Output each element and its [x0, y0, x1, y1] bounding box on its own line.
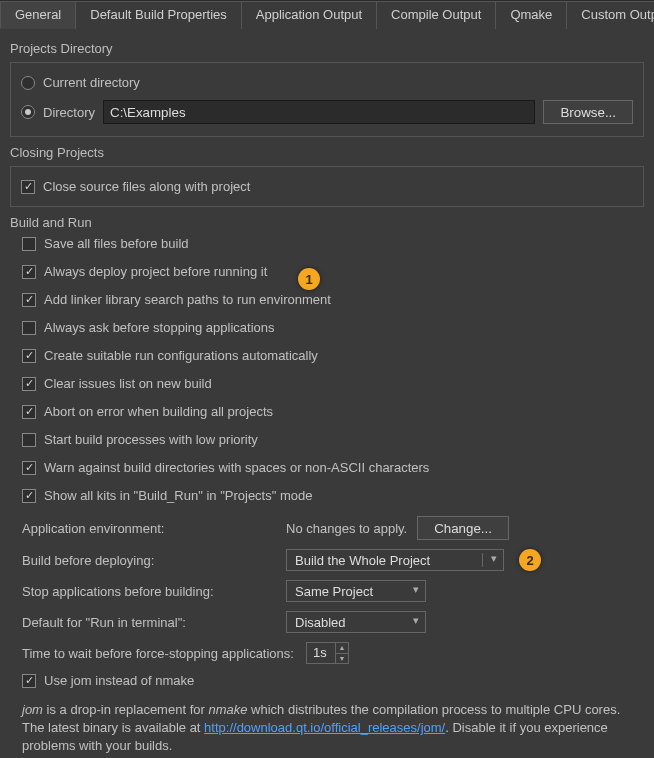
spin-up-icon[interactable]: ▲	[336, 643, 348, 653]
closing-projects-group: Close source files along with project	[10, 166, 644, 207]
tabbar: General Default Build Properties Applica…	[0, 0, 654, 29]
wait-time-label: Time to wait before force-stopping appli…	[22, 646, 306, 661]
checkbox-br-1-label: Always deploy project before running it	[44, 264, 267, 279]
checkbox-close-source-files[interactable]	[21, 180, 35, 194]
checkbox-br-5[interactable]	[22, 377, 36, 391]
checkbox-br-9[interactable]	[22, 489, 36, 503]
checkbox-br-8-label: Warn against build directories with spac…	[44, 460, 429, 475]
jom-note: jom is a drop-in replacement for nmake w…	[10, 701, 644, 756]
tab-general[interactable]: General	[0, 1, 76, 29]
app-env-status: No changes to apply.	[286, 521, 407, 536]
checkbox-br-7-label: Start build processes with low priority	[44, 432, 258, 447]
checkbox-br-2-label: Add linker library search paths to run e…	[44, 292, 331, 307]
app-env-label: Application environment:	[22, 521, 286, 536]
checkbox-use-jom-label: Use jom instead of nmake	[44, 673, 194, 688]
checkbox-br-0[interactable]	[22, 237, 36, 251]
radio-current-directory-label: Current directory	[43, 75, 140, 90]
build-and-run-title: Build and Run	[10, 215, 644, 230]
build-before-deploy-value: Build the Whole Project	[295, 553, 430, 568]
checkbox-br-7[interactable]	[22, 433, 36, 447]
build-before-deploy-label: Build before deploying:	[22, 553, 286, 568]
checkbox-close-source-files-label: Close source files along with project	[43, 179, 250, 194]
stop-apps-combo[interactable]: Same Project	[286, 580, 426, 602]
checkbox-br-6-label: Abort on error when building all project…	[44, 404, 273, 419]
directory-input[interactable]	[103, 100, 535, 124]
checkbox-br-6[interactable]	[22, 405, 36, 419]
checkbox-br-2[interactable]	[22, 293, 36, 307]
wait-time-spin[interactable]: 1s ▲ ▼	[306, 642, 349, 664]
checkbox-br-3[interactable]	[22, 321, 36, 335]
tab-custom-output-parsers[interactable]: Custom Output Parsers	[566, 1, 654, 29]
general-panel: Projects Directory Current directory Dir…	[0, 29, 654, 758]
callout-1: 1	[298, 268, 320, 290]
checkbox-br-9-label: Show all kits in "Build_Run" in "Project…	[44, 488, 312, 503]
projects-directory-group: Current directory Directory Browse...	[10, 62, 644, 137]
radio-directory-label: Directory	[43, 105, 95, 120]
checkbox-br-3-label: Always ask before stopping applications	[44, 320, 275, 335]
spin-down-icon[interactable]: ▼	[336, 653, 348, 664]
stop-apps-label: Stop applications before building:	[22, 584, 286, 599]
default-terminal-combo[interactable]: Disabled	[286, 611, 426, 633]
radio-directory[interactable]	[21, 105, 35, 119]
build-before-deploy-combo[interactable]: Build the Whole Project	[286, 549, 504, 571]
stop-apps-value: Same Project	[295, 584, 373, 599]
tab-qmake[interactable]: Qmake	[495, 1, 567, 29]
default-terminal-label: Default for "Run in terminal":	[22, 615, 286, 630]
tab-default-build-properties[interactable]: Default Build Properties	[75, 1, 242, 29]
radio-current-directory[interactable]	[21, 76, 35, 90]
checkbox-br-4-label: Create suitable run configurations autom…	[44, 348, 318, 363]
checkbox-br-0-label: Save all files before build	[44, 236, 189, 251]
tab-compile-output[interactable]: Compile Output	[376, 1, 496, 29]
checkbox-use-jom[interactable]	[22, 674, 36, 688]
checkbox-br-4[interactable]	[22, 349, 36, 363]
checkbox-br-8[interactable]	[22, 461, 36, 475]
callout-2: 2	[519, 549, 541, 571]
closing-projects-title: Closing Projects	[10, 145, 644, 160]
tab-application-output[interactable]: Application Output	[241, 1, 377, 29]
jom-term: jom	[22, 702, 43, 717]
jom-link[interactable]: http://download.qt.io/official_releases/…	[204, 720, 445, 735]
nmake-term: nmake	[208, 702, 247, 717]
checkbox-br-5-label: Clear issues list on new build	[44, 376, 212, 391]
checkbox-br-1[interactable]	[22, 265, 36, 279]
default-terminal-value: Disabled	[295, 615, 346, 630]
browse-button[interactable]: Browse...	[543, 100, 633, 124]
wait-time-value: 1s	[307, 643, 335, 663]
projects-directory-title: Projects Directory	[10, 41, 644, 56]
change-button[interactable]: Change...	[417, 516, 509, 540]
